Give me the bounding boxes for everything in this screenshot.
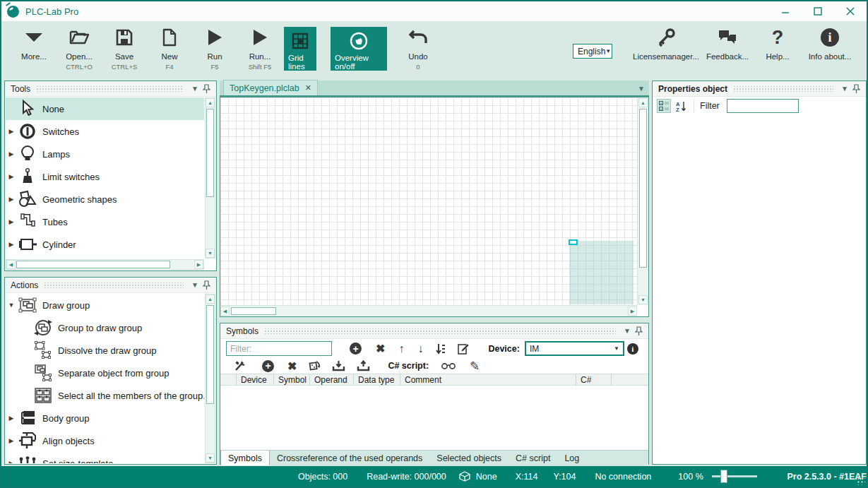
panel-collapse-chevron-icon[interactable]: ▼ — [839, 85, 850, 93]
maximize-button[interactable] — [802, 1, 834, 21]
scroll-up-icon[interactable]: ▲ — [206, 294, 215, 304]
column-csharp[interactable]: C# — [576, 374, 612, 385]
help-button[interactable]: ? Help... — [755, 25, 800, 61]
categorized-view-button[interactable]: ++ — [657, 99, 671, 113]
panel-collapse-chevron-icon[interactable]: ▼ — [622, 327, 633, 335]
tool-item-tubes[interactable]: ▶ Tubes — [6, 210, 204, 233]
tab-symbols[interactable]: Symbols — [220, 451, 270, 465]
column-data-type[interactable]: Data type — [354, 374, 400, 385]
column-device[interactable]: Device — [237, 374, 274, 385]
tab-log[interactable]: Log — [557, 451, 586, 465]
zoom-slider-thumb[interactable] — [720, 470, 727, 483]
info-about-button[interactable]: i Info about... — [800, 25, 860, 61]
tools-vertical-scrollbar[interactable]: ▲ ▼ — [205, 97, 215, 258]
move-up-button[interactable]: ↑ — [398, 343, 404, 355]
action-item-body-group[interactable]: ▶ Body group — [6, 407, 204, 429]
action-item-select-all-members[interactable]: Select all the members of the group. — [6, 384, 204, 407]
undo-button[interactable]: Undo 0 — [398, 25, 438, 71]
tab-csharp-script[interactable]: C# script — [509, 451, 557, 465]
new-button[interactable]: New F4 — [147, 25, 192, 71]
shuffle-symbols-button[interactable] — [308, 360, 320, 371]
panel-pin-icon[interactable] — [850, 85, 862, 93]
panel-drag-texture[interactable] — [36, 86, 184, 92]
canvas-horizontal-scrollbar[interactable]: ◀ ▶ — [220, 305, 637, 316]
column-comment[interactable]: Comment — [400, 374, 576, 385]
scroll-right-icon[interactable]: ▶ — [194, 260, 203, 269]
tab-close-icon[interactable]: ✕ — [305, 83, 311, 93]
actions-vertical-scrollbar[interactable]: ▲ ▼ — [205, 294, 215, 463]
selected-object[interactable] — [569, 239, 578, 245]
action-item-group-to-draw-group[interactable]: Group to draw group — [6, 316, 204, 339]
column-blank[interactable] — [612, 374, 648, 385]
panel-drag-texture[interactable] — [264, 328, 616, 334]
edit-script-pen-icon[interactable]: ✎ — [470, 359, 480, 374]
add-from-object-button[interactable]: + — [262, 360, 274, 372]
action-item-draw-group[interactable]: ▼ Draw group — [6, 294, 204, 316]
document-tab-topkeygen[interactable]: TopKeygen.plclab ✕ — [223, 80, 318, 95]
device-info-icon[interactable]: i — [627, 343, 638, 355]
overview-toggle[interactable]: Overview on/off — [331, 27, 387, 71]
symbols-filter-input[interactable] — [226, 341, 332, 356]
tool-item-none[interactable]: None — [6, 97, 204, 120]
remove-from-object-button[interactable]: ✖ — [287, 359, 297, 373]
expander-icon[interactable]: ▶ — [6, 150, 17, 157]
expander-icon[interactable]: ▶ — [6, 173, 17, 180]
tool-item-geometric-shapes[interactable]: ▶ Geometric shapes — [6, 188, 204, 210]
resize-grip[interactable] — [857, 477, 865, 485]
tools-horizontal-scrollbar[interactable]: ◀ ▶ — [6, 259, 204, 270]
zoom-slider[interactable] — [712, 475, 758, 477]
drawing-canvas[interactable] — [220, 97, 637, 305]
scroll-left-icon[interactable]: ◀ — [220, 307, 230, 316]
panel-drag-texture[interactable] — [44, 282, 184, 288]
close-button[interactable] — [834, 1, 867, 21]
export-symbols-button[interactable] — [357, 361, 369, 371]
add-symbol-button[interactable]: + — [350, 343, 362, 355]
scroll-up-icon[interactable]: ▲ — [638, 98, 648, 107]
panel-pin-icon[interactable] — [201, 85, 212, 93]
view-script-glasses-icon[interactable] — [441, 362, 456, 370]
expander-icon[interactable]: ▶ — [6, 196, 17, 203]
more-button[interactable]: More... — [11, 25, 57, 63]
action-item-dissolve-draw-group[interactable]: Dissolve the draw group — [6, 339, 204, 362]
action-item-separate-object[interactable]: Separate object from group — [6, 362, 204, 384]
scroll-left-icon[interactable]: ◀ — [6, 260, 16, 269]
expander-icon[interactable]: ▶ — [6, 241, 17, 248]
tab-crossreference[interactable]: Crossreference of the used operands — [270, 451, 429, 465]
tab-selected-objects[interactable]: Selected objects — [429, 451, 509, 465]
delete-symbol-button[interactable]: ✖ — [376, 342, 385, 355]
panel-collapse-chevron-icon[interactable]: ▼ — [189, 85, 201, 93]
canvas-vertical-scrollbar[interactable]: ▲ ▼ — [637, 97, 648, 305]
save-button[interactable]: Save CTRL+S — [102, 25, 147, 71]
alphabetical-sort-button[interactable]: AZ — [674, 99, 688, 113]
feedback-button[interactable]: Feedback... — [700, 25, 755, 61]
device-select[interactable]: IM ▼ — [525, 341, 624, 356]
expander-icon[interactable]: ▶ — [6, 437, 17, 444]
sort-button[interactable] — [435, 343, 446, 355]
import-symbols-button[interactable] — [333, 361, 345, 371]
expander-icon[interactable]: ▶ — [6, 415, 17, 422]
expander-icon[interactable]: ▶ — [6, 460, 17, 463]
action-item-align-objects[interactable]: ▶ Align objects — [6, 429, 204, 452]
expander-icon[interactable]: ▶ — [6, 128, 17, 135]
tool-item-limit-switches[interactable]: ▶ Limit switches — [6, 165, 204, 188]
run-button[interactable]: Run F5 — [192, 25, 237, 71]
panel-collapse-chevron-icon[interactable]: ▼ — [189, 281, 201, 289]
properties-filter-input[interactable] — [727, 99, 799, 113]
move-down-button[interactable]: ↓ — [417, 343, 423, 355]
tool-item-cylinder[interactable]: ▶ Cylinder — [6, 233, 204, 256]
column-symbol[interactable]: Symbol — [274, 374, 310, 385]
scroll-down-icon[interactable]: ▼ — [638, 295, 648, 304]
expander-icon[interactable]: ▶ — [6, 218, 17, 225]
scroll-down-icon[interactable]: ▼ — [206, 249, 215, 258]
symbol-tools-button[interactable] — [234, 360, 246, 371]
panel-drag-texture[interactable] — [733, 86, 833, 92]
run-options-button[interactable]: Run... Shift F5 — [237, 25, 283, 71]
scroll-right-icon[interactable]: ▶ — [628, 307, 637, 316]
licensemanager-button[interactable]: Licensemanager... — [632, 25, 700, 61]
tool-item-switches[interactable]: ▶ Switches — [6, 120, 204, 143]
panel-pin-icon[interactable] — [633, 327, 644, 335]
language-select[interactable]: English ▼ — [573, 44, 612, 59]
panel-pin-icon[interactable] — [201, 281, 212, 290]
edit-symbol-button[interactable] — [458, 343, 469, 355]
column-operand[interactable]: Operand — [310, 374, 354, 385]
